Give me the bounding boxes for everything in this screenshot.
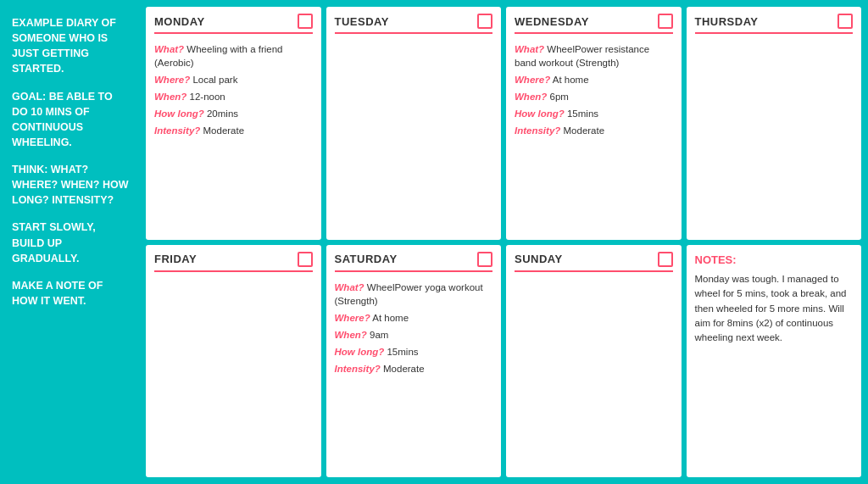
- monday-where-value: Local park: [192, 75, 237, 85]
- wednesday-when-value: 6pm: [550, 92, 569, 102]
- monday-intensity-label: Intensity?: [154, 125, 200, 136]
- sidebar: EXAMPLE DIARY OF SOMEONE WHO IS JUST GET…: [0, 0, 142, 484]
- sunday-title: SUNDAY: [515, 253, 563, 265]
- monday-when-value: 12-noon: [190, 92, 225, 102]
- thursday-header: THURSDAY: [695, 14, 854, 34]
- saturday-howlong-label: How long?: [335, 347, 385, 357]
- monday-when-label: When?: [154, 92, 186, 102]
- wednesday-when-label: When?: [515, 92, 547, 102]
- monday-title: MONDAY: [154, 15, 205, 28]
- monday-howlong-label: How long?: [154, 108, 204, 119]
- tuesday-card: TUESDAY: [326, 7, 502, 240]
- sunday-card: SUNDAY: [506, 245, 682, 478]
- saturday-where-label: Where?: [335, 313, 370, 323]
- sidebar-start: START SLOWLY, BUILD UP GRADUALLY.: [12, 220, 131, 265]
- sidebar-note: MAKE A NOTE OF HOW IT WENT.: [12, 278, 131, 309]
- monday-when: When? 12-noon: [154, 90, 313, 103]
- saturday-where: Where? At home: [335, 311, 493, 325]
- wednesday-card: WEDNESDAY What? WheelPower resistance ba…: [506, 7, 682, 240]
- sidebar-think: THINK: WHAT? WHERE? WHEN? HOW LONG? INTE…: [12, 162, 131, 208]
- saturday-intensity: Intensity? Moderate: [335, 362, 493, 376]
- friday-checkbox[interactable]: [298, 252, 313, 267]
- saturday-howlong: How long? 15mins: [335, 345, 493, 359]
- wednesday-title: WEDNESDAY: [515, 15, 589, 28]
- wednesday-howlong-label: How long?: [515, 108, 565, 119]
- wednesday-intensity-value: Moderate: [564, 125, 605, 136]
- saturday-intensity-label: Intensity?: [335, 364, 381, 374]
- monday-where-label: Where?: [154, 75, 190, 85]
- notes-title: NOTES:: [695, 252, 854, 269]
- tuesday-title: TUESDAY: [335, 15, 389, 28]
- saturday-when-label: When?: [335, 330, 367, 340]
- monday-card: MONDAY What? Wheeling with a friend (Aer…: [146, 7, 321, 240]
- tuesday-checkbox[interactable]: [477, 14, 492, 29]
- saturday-intensity-value: Moderate: [383, 364, 425, 374]
- wednesday-checkbox[interactable]: [658, 14, 673, 29]
- thursday-card: THURSDAY: [687, 7, 862, 240]
- wednesday-where: Where? At home: [515, 73, 673, 86]
- monday-intensity: Intensity? Moderate: [154, 124, 313, 137]
- wednesday-howlong-value: 15mins: [567, 108, 598, 119]
- wednesday-howlong: How long? 15mins: [515, 107, 673, 120]
- friday-title: FRIDAY: [154, 253, 197, 265]
- monday-howlong-value: 20mins: [207, 108, 238, 119]
- monday-header: MONDAY: [154, 14, 313, 34]
- friday-card: FRIDAY: [146, 245, 321, 478]
- monday-howlong: How long? 20mins: [154, 107, 313, 120]
- saturday-title: SATURDAY: [335, 253, 398, 265]
- wednesday-header: WEDNESDAY: [515, 14, 673, 34]
- monday-intensity-value: Moderate: [203, 125, 245, 136]
- saturday-howlong-value: 15mins: [387, 347, 418, 357]
- saturday-checkbox[interactable]: [477, 252, 492, 267]
- wednesday-intensity-label: Intensity?: [515, 125, 560, 136]
- tuesday-header: TUESDAY: [335, 14, 493, 34]
- saturday-when: When? 9am: [335, 328, 493, 342]
- thursday-title: THURSDAY: [695, 15, 759, 28]
- sunday-header: SUNDAY: [515, 252, 673, 272]
- sidebar-intro: EXAMPLE DIARY OF SOMEONE WHO IS JUST GET…: [12, 15, 131, 77]
- monday-what: What? Wheeling with a friend (Aerobic): [154, 42, 313, 70]
- saturday-header: SATURDAY: [335, 252, 493, 272]
- saturday-where-value: At home: [372, 313, 409, 323]
- sidebar-goal: GOAL: BE ABLE TO DO 10 MINS OF CONTINUOU…: [12, 89, 131, 151]
- monday-where: Where? Local park: [154, 73, 313, 86]
- wednesday-intensity: Intensity? Moderate: [515, 124, 673, 137]
- sunday-checkbox[interactable]: [658, 252, 673, 267]
- wednesday-what: What? WheelPower resistance band workout…: [515, 42, 673, 70]
- monday-what-label: What?: [154, 44, 184, 54]
- saturday-card: SATURDAY What? WheelPower yoga workout (…: [326, 245, 502, 478]
- wednesday-what-label: What?: [515, 44, 544, 54]
- main-grid: MONDAY What? Wheeling with a friend (Aer…: [142, 0, 868, 484]
- notes-card: NOTES: Monday was tough. I managed to wh…: [687, 245, 862, 478]
- saturday-what-label: What?: [335, 282, 364, 292]
- saturday-when-value: 9am: [370, 330, 388, 340]
- thursday-checkbox[interactable]: [837, 14, 853, 29]
- wednesday-when: When? 6pm: [515, 90, 673, 103]
- wednesday-where-label: Where?: [515, 75, 550, 85]
- friday-header: FRIDAY: [154, 252, 313, 272]
- monday-checkbox[interactable]: [298, 14, 313, 29]
- wednesday-where-value: At home: [553, 75, 589, 85]
- notes-text: Monday was tough. I managed to wheel for…: [695, 272, 854, 345]
- saturday-what: What? WheelPower yoga workout (Strength): [335, 281, 493, 308]
